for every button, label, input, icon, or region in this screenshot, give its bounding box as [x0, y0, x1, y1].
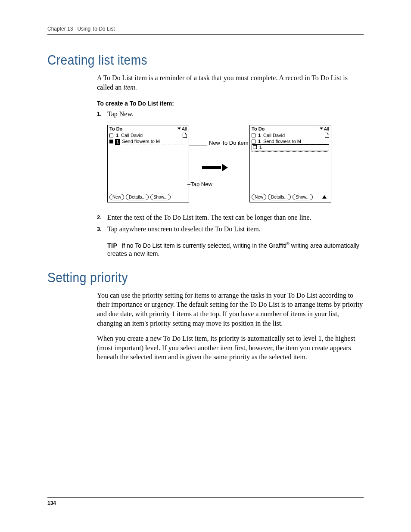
show-button: Show...: [293, 194, 313, 200]
chevron-down-icon: [320, 128, 323, 130]
checkbox-icon: [252, 140, 255, 143]
category-selector: All: [320, 126, 329, 131]
category-selector: All: [177, 126, 187, 131]
step-1: 1. Tap New.: [97, 109, 364, 119]
figure: To Do All 1 Call David 1 Send flowers to…: [107, 125, 364, 202]
todo-row: 1 Send flowers to M: [250, 139, 331, 144]
new-button: New: [109, 194, 124, 200]
page-number: 134: [47, 500, 56, 506]
checkbox-icon: [109, 140, 113, 143]
step-2: 2. Enter the text of the To Do List item…: [97, 213, 364, 222]
checkbox-icon: [252, 134, 255, 137]
priority-p2: When you create a new To Do List item, i…: [97, 334, 364, 362]
chapter-title: Using To Do List: [77, 26, 115, 32]
checkbox-icon: [253, 145, 257, 149]
details-button: Details...: [126, 194, 149, 200]
step-3: 3. Tap anywhere onscreen to deselect the…: [97, 224, 364, 234]
chapter-label: Chapter 13: [47, 26, 73, 32]
leader-line: [120, 145, 120, 193]
intro-paragraph: A To Do List item is a reminder of a tas…: [97, 73, 364, 92]
todo-row: 1 Call David: [108, 133, 189, 138]
subheading-create-item: To create a To Do List item:: [97, 100, 342, 107]
heading-setting-priority: Setting priority: [47, 270, 326, 286]
arrow-right-icon: [202, 165, 228, 171]
callout-new-item: New To Do item: [209, 140, 249, 146]
details-button: Details...: [268, 194, 291, 200]
page-footer: 134: [47, 497, 364, 506]
note-icon: [183, 133, 187, 138]
palm-screen-after: To Do All 1 Call David 1 Send flowers to…: [249, 125, 331, 202]
palm-screen-before: To Do All 1 Call David 1 Send flowers to…: [107, 125, 189, 202]
chevron-down-icon: [177, 128, 181, 130]
show-button: Show...: [150, 194, 171, 200]
todo-row-new: 1: [252, 144, 329, 150]
todo-row: 1 Call David: [250, 133, 331, 138]
callout-tap-new: –Tap New: [187, 181, 212, 188]
tip: TIPIf no To Do List item is currently se…: [107, 241, 364, 258]
running-header: Chapter 13 Using To Do List: [47, 26, 364, 35]
shift-up-icon: [322, 195, 327, 199]
app-title: To Do: [252, 126, 265, 131]
priority-p1: You can use the priority setting for ite…: [97, 291, 364, 328]
app-title: To Do: [109, 126, 122, 131]
new-button: New: [252, 194, 266, 200]
checkbox-icon: [109, 134, 113, 137]
heading-creating-list-items: Creating list items: [47, 52, 326, 68]
figure-callouts: New To Do item –Tap New: [189, 125, 249, 202]
todo-row-selected: 1 Send flowers to M: [108, 139, 189, 145]
note-icon: [325, 133, 329, 138]
